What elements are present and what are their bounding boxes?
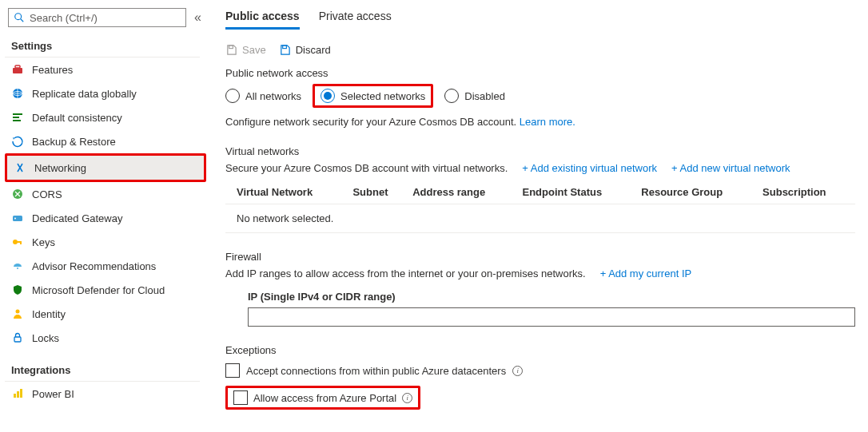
advisor-icon — [11, 260, 24, 272]
sidebar-item-label: Backup & Restore — [32, 136, 116, 148]
bars-icon — [11, 111, 24, 124]
learn-more-link[interactable]: Learn more. — [520, 116, 575, 128]
checkbox-label: Allow access from Azure Portal — [253, 392, 396, 404]
svg-rect-2 — [13, 68, 22, 73]
sidebar-item-label: Microsoft Defender for Cloud — [32, 284, 165, 296]
svg-rect-6 — [13, 113, 22, 115]
sidebar-item-features[interactable]: Features — [5, 57, 206, 81]
vnet-heading: Virtual networks — [225, 145, 855, 157]
sidebar-item-consistency[interactable]: Default consistency — [5, 105, 206, 129]
sidebar-item-networking[interactable]: Networking — [7, 156, 204, 180]
sidebar-item-label: Replicate data globally — [32, 88, 137, 100]
firewall-description: Add IP ranges to allow access from the i… — [225, 268, 586, 279]
col-subscription: Subscription — [758, 180, 855, 204]
checkbox-label: Accept connections from within public Az… — [246, 365, 506, 377]
svg-point-11 — [14, 218, 16, 220]
radio-label: All networks — [245, 90, 301, 102]
identity-icon — [11, 307, 24, 320]
svg-rect-21 — [229, 46, 233, 49]
search-icon — [14, 12, 25, 23]
col-virtual-network: Virtual Network — [225, 180, 348, 204]
sidebar-item-keys[interactable]: Keys — [5, 230, 206, 254]
sidebar-item-powerbi[interactable]: Power BI — [5, 382, 206, 406]
sidebar-item-label: Dedicated Gateway — [32, 212, 122, 224]
sidebar-item-label: CORS — [32, 188, 62, 200]
svg-point-0 — [15, 14, 22, 20]
shield-icon — [11, 283, 24, 296]
svg-point-15 — [17, 268, 18, 269]
cors-icon — [11, 188, 24, 200]
sidebar-item-label: Keys — [32, 236, 55, 248]
svg-rect-14 — [20, 241, 22, 244]
sidebar-item-gateway[interactable]: Dedicated Gateway — [5, 206, 206, 230]
pna-heading: Public network access — [225, 67, 855, 79]
info-icon[interactable]: i — [402, 393, 412, 403]
svg-rect-20 — [20, 389, 22, 398]
firewall-heading: Firewall — [225, 251, 855, 263]
radio-label: Disabled — [464, 90, 505, 102]
svg-point-16 — [16, 310, 20, 314]
sidebar-item-locks[interactable]: Locks — [5, 326, 206, 350]
svg-rect-3 — [15, 65, 20, 68]
svg-rect-7 — [13, 117, 19, 118]
lock-icon — [11, 331, 24, 344]
col-endpoint-status: Endpoint Status — [518, 180, 637, 204]
add-existing-vnet-link[interactable]: + Add existing virtual network — [522, 162, 657, 174]
vnet-description: Secure your Azure Cosmos DB account with… — [225, 162, 508, 174]
sidebar-item-cors[interactable]: CORS — [5, 182, 206, 206]
ip-input[interactable] — [248, 307, 855, 327]
exceptions-heading: Exceptions — [225, 344, 855, 356]
svg-rect-22 — [282, 46, 286, 49]
add-my-ip-link[interactable]: + Add my current IP — [600, 268, 692, 279]
radio-disabled[interactable]: Disabled — [444, 89, 505, 103]
sidebar-item-label: Default consistency — [32, 112, 122, 124]
radio-all-networks[interactable]: All networks — [225, 89, 301, 103]
sidebar-item-replicate[interactable]: Replicate data globally — [5, 81, 206, 105]
radio-selected-networks[interactable]: Selected networks — [321, 89, 425, 103]
sidebar-item-defender[interactable]: Microsoft Defender for Cloud — [5, 278, 206, 302]
save-button[interactable]: Save — [225, 44, 266, 56]
svg-rect-10 — [13, 216, 22, 221]
svg-rect-18 — [14, 394, 16, 398]
sidebar-item-label: Identity — [32, 308, 66, 320]
main-content: Public access Private access Save Discar… — [206, 0, 868, 432]
discard-icon — [279, 44, 291, 56]
globe-icon — [11, 87, 24, 100]
discard-button[interactable]: Discard — [279, 44, 331, 56]
integrations-header: Integrations — [5, 361, 200, 382]
tab-private-access[interactable]: Private access — [319, 5, 392, 30]
search-placeholder: Search (Ctrl+/) — [30, 12, 98, 24]
sidebar-item-advisor[interactable]: Advisor Recommendations — [5, 254, 206, 278]
gateway-icon — [11, 212, 24, 224]
info-icon[interactable]: i — [512, 366, 523, 376]
col-resource-group: Resource Group — [636, 180, 758, 204]
key-icon — [11, 236, 24, 248]
col-address-range: Address range — [408, 180, 517, 204]
save-label: Save — [242, 44, 266, 56]
svg-rect-8 — [13, 120, 21, 121]
sidebar-item-identity[interactable]: Identity — [5, 302, 206, 326]
svg-line-1 — [21, 19, 24, 22]
save-icon — [225, 44, 237, 56]
add-new-vnet-link[interactable]: + Add new virtual network — [671, 162, 790, 174]
tab-public-access[interactable]: Public access — [225, 5, 300, 30]
checkbox-accept-azure-dc[interactable] — [225, 363, 240, 378]
empty-message: No network selected. — [225, 204, 855, 233]
settings-header: Settings — [5, 37, 200, 57]
sidebar-item-label: Features — [32, 64, 73, 76]
collapse-sidebar-button[interactable]: « — [191, 10, 205, 25]
tabs: Public access Private access — [225, 5, 855, 30]
radio-label: Selected networks — [340, 90, 425, 102]
powerbi-icon — [11, 387, 24, 400]
vnet-table: Virtual Network Subnet Address range End… — [225, 180, 855, 233]
sidebar-item-label: Locks — [32, 332, 59, 344]
pna-description: Configure network security for your Azur… — [225, 116, 855, 128]
sidebar-item-backup[interactable]: Backup & Restore — [5, 129, 206, 153]
svg-rect-19 — [17, 391, 19, 398]
search-input[interactable]: Search (Ctrl+/) — [8, 8, 186, 27]
checkbox-allow-portal[interactable] — [233, 390, 248, 405]
sidebar-item-label: Advisor Recommendations — [32, 260, 156, 272]
sidebar-item-label: Networking — [34, 162, 86, 174]
toolbox-icon — [11, 63, 24, 76]
backup-icon — [11, 135, 24, 148]
